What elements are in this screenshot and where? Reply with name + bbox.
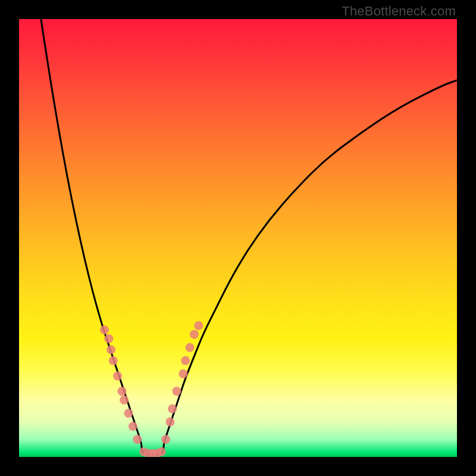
left-marker: [107, 345, 115, 354]
right-marker: [172, 387, 181, 396]
watermark-text: TheBottleneck.com: [342, 4, 456, 19]
plot-area: [19, 19, 457, 457]
bottleneck-curve: [19, 19, 457, 457]
left-marker: [120, 396, 129, 405]
right-marker: [161, 435, 170, 444]
left-marker: [100, 325, 109, 334]
left-marker: [104, 334, 113, 343]
chart-frame: TheBottleneck.com: [0, 0, 476, 476]
right-marker: [190, 330, 199, 339]
right-marker: [165, 418, 174, 427]
left-marker: [113, 371, 122, 380]
right-marker: [168, 405, 177, 414]
right-marker: [194, 321, 203, 330]
left-marker: [124, 409, 133, 418]
left-marker: [133, 435, 142, 444]
left-marker: [129, 422, 137, 431]
right-marker: [179, 369, 188, 378]
right-marker: [186, 343, 195, 352]
v-curve: [41, 19, 457, 455]
right-marker: [181, 356, 190, 365]
bottom-marker: [157, 447, 166, 456]
left-marker: [117, 387, 126, 396]
left-marker: [109, 356, 118, 365]
